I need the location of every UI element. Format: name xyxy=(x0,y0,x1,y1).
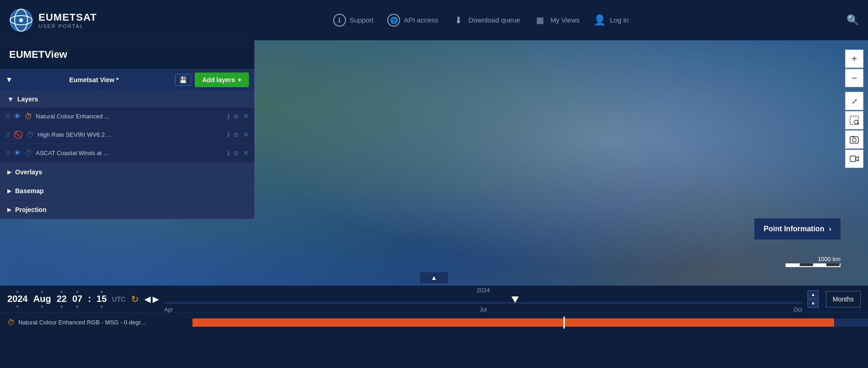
month-control[interactable]: ▲ Aug ▼ xyxy=(33,289,51,309)
save-view-button[interactable]: 💾 xyxy=(175,74,191,86)
screenshot-button[interactable] xyxy=(845,130,863,149)
layer-settings-icon[interactable]: ⚙ xyxy=(233,150,239,157)
table-row: ⠿ 🚫 ⏱ High Rate SEVIRI WV6.2 ... ℹ ⚙ ✕ xyxy=(0,126,254,144)
timeline-track[interactable]: Apr Jul Oct xyxy=(165,302,802,304)
plus-icon: + xyxy=(238,76,242,84)
layer-settings-icon[interactable]: ⚙ xyxy=(233,131,239,139)
support-label: Support xyxy=(350,16,374,24)
add-layers-button[interactable]: Add layers + xyxy=(195,72,249,87)
day-control[interactable]: ▲ 22 ▼ xyxy=(56,289,66,309)
header-nav: ℹ Support 🌐 API access ⬇ Download queue … xyxy=(115,14,846,27)
scale-label: 1000 km xyxy=(818,256,841,262)
layer-close-icon[interactable]: ✕ xyxy=(243,149,249,157)
eye-icon[interactable]: 👁 xyxy=(14,112,21,121)
months-down-button[interactable]: ▼ xyxy=(808,300,819,308)
panel-header: EUMETView xyxy=(0,40,254,69)
dotted-search-button[interactable] xyxy=(845,111,863,129)
info-icon: ℹ xyxy=(333,14,346,27)
minute-down-icon[interactable]: ▼ xyxy=(99,304,104,309)
basemap-section[interactable]: ▶ Basemap xyxy=(0,181,254,200)
year-up-icon[interactable]: ▲ xyxy=(15,289,20,294)
search-button[interactable]: 🔍 xyxy=(846,14,859,26)
hour-control[interactable]: ▲ 07 ▼ xyxy=(72,289,82,309)
myviews-label: My Views xyxy=(550,16,580,24)
clock-icon: ⏱ xyxy=(25,112,32,121)
logo-subtitle: USER PORTAL xyxy=(38,23,97,29)
logo-text: EUMETSAT USER PORTAL xyxy=(38,11,97,29)
timeline-data-bar-track[interactable] xyxy=(192,318,868,327)
timeline-layer-label: ⏱ Natural Colour Enhanced RGB - MSG - 0 … xyxy=(0,318,192,327)
fullscreen-button[interactable]: ⤢ xyxy=(845,92,863,110)
eye-hidden-icon[interactable]: 🚫 xyxy=(14,130,23,139)
scale-bar xyxy=(786,263,841,267)
drag-handle-icon[interactable]: ⠿ xyxy=(5,150,10,157)
svg-rect-10 xyxy=(850,156,856,162)
drag-handle-icon[interactable]: ⠿ xyxy=(5,131,10,139)
add-layers-label: Add layers xyxy=(202,76,235,84)
download-label: Download queue xyxy=(468,16,520,24)
projection-section[interactable]: ▶ Projection xyxy=(0,200,254,219)
zoom-out-button[interactable]: − xyxy=(845,69,863,87)
svg-point-3 xyxy=(19,18,23,22)
day-up-icon[interactable]: ▲ xyxy=(60,289,64,294)
hour-down-icon[interactable]: ▼ xyxy=(75,304,80,309)
svg-marker-11 xyxy=(856,156,858,161)
grid-icon: ▦ xyxy=(534,14,547,27)
zoom-in-button[interactable]: + xyxy=(845,50,863,68)
api-label: API access xyxy=(404,16,438,24)
utc-label: UTC xyxy=(112,296,126,303)
svg-rect-9 xyxy=(852,136,854,137)
months-up-button[interactable]: ▲ xyxy=(808,290,819,299)
overlays-section[interactable]: ▶ Overlays xyxy=(0,162,254,181)
minute-control[interactable]: ▲ 15 ▼ xyxy=(97,289,107,309)
projection-title: Projection xyxy=(15,206,46,213)
year-control[interactable]: ▲ 2024 ▼ xyxy=(7,289,28,309)
month-down-icon[interactable]: ▼ xyxy=(40,304,44,309)
drag-handle-icon[interactable]: ⠿ xyxy=(5,113,10,120)
timeline-position-marker xyxy=(563,317,565,329)
month-jul-label: Jul xyxy=(480,307,487,313)
point-information-button[interactable]: Point Information › xyxy=(754,218,841,240)
month-up-icon[interactable]: ▲ xyxy=(40,289,44,294)
hour-up-icon[interactable]: ▲ xyxy=(75,289,80,294)
selection-icon xyxy=(850,116,859,125)
nav-item-download[interactable]: ⬇ Download queue xyxy=(452,14,520,27)
months-button[interactable]: Months xyxy=(826,291,861,307)
globe-icon: 🌐 xyxy=(387,14,400,27)
refresh-icon[interactable]: ↻ xyxy=(131,294,139,305)
video-button[interactable] xyxy=(845,150,863,168)
eye-icon[interactable]: 👁 xyxy=(14,149,21,157)
month-value: Aug xyxy=(33,294,51,304)
layers-chevron-down-icon: ▼ xyxy=(7,95,14,103)
layer-info-icon[interactable]: ℹ xyxy=(227,113,230,120)
time-back-button[interactable]: ◀ xyxy=(144,294,151,304)
day-value: 22 xyxy=(56,294,66,304)
layer-name: High Rate SEVIRI WV6.2 ... xyxy=(38,131,224,138)
nav-item-myviews[interactable]: ▦ My Views xyxy=(534,14,580,27)
left-panel: EUMETView ▼ Eumetsat View * 💾 Add layers… xyxy=(0,40,254,219)
year-down-icon[interactable]: ▼ xyxy=(15,304,20,309)
timeline-months-track[interactable]: Apr Jul Oct xyxy=(165,295,802,311)
view-bar-title: Eumetsat View * xyxy=(16,76,171,84)
panel-title: EUMETView xyxy=(9,49,67,60)
layer-close-icon[interactable]: ✕ xyxy=(243,130,249,139)
view-bar: ▼ Eumetsat View * 💾 Add layers + xyxy=(0,69,254,91)
month-apr-label: Apr xyxy=(165,307,173,313)
basemap-chevron-right-icon: ▶ xyxy=(7,188,11,194)
layer-info-icon[interactable]: ℹ xyxy=(227,150,230,157)
nav-item-login[interactable]: 👤 Log in xyxy=(593,14,629,27)
layer-settings-icon[interactable]: ⚙ xyxy=(233,113,239,120)
day-down-icon[interactable]: ▼ xyxy=(60,304,64,309)
nav-item-support[interactable]: ℹ Support xyxy=(333,14,374,27)
layer-close-icon[interactable]: ✕ xyxy=(243,112,249,121)
view-chevron-down-icon[interactable]: ▼ xyxy=(5,76,13,84)
camera-icon xyxy=(850,135,859,144)
header: EUMETSAT USER PORTAL ℹ Support 🌐 API acc… xyxy=(0,0,868,40)
time-forward-button[interactable]: ▶ xyxy=(153,294,159,304)
layer-info-icon[interactable]: ℹ xyxy=(227,131,230,139)
layers-section-header[interactable]: ▼ Layers xyxy=(0,91,254,107)
nav-item-api[interactable]: 🌐 API access xyxy=(387,14,438,27)
timeline-bar-area[interactable]: 2024 Apr Jul Oct xyxy=(165,287,802,311)
collapse-timeline-button[interactable]: ▲ xyxy=(420,272,448,283)
minute-up-icon[interactable]: ▲ xyxy=(99,289,104,294)
